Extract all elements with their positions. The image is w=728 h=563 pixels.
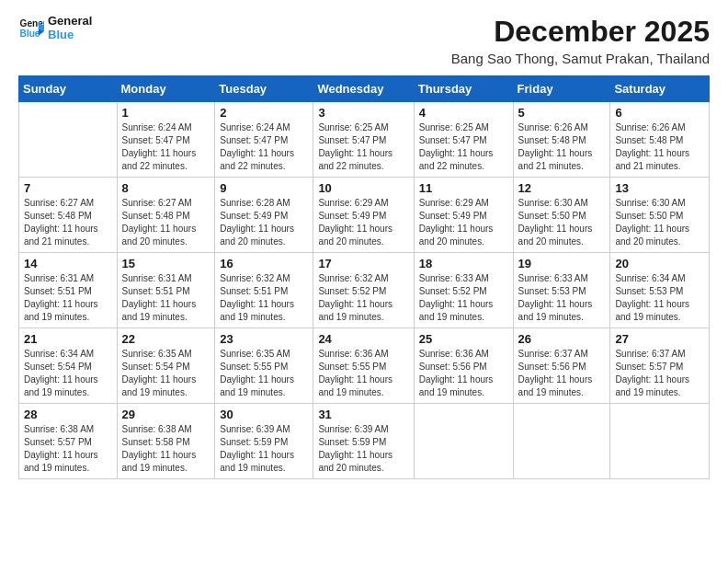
calendar-cell: 3Sunrise: 6:25 AM Sunset: 5:47 PM Daylig…: [313, 102, 414, 178]
day-info: Sunrise: 6:24 AM Sunset: 5:47 PM Dayligh…: [220, 121, 308, 173]
calendar-cell: 10Sunrise: 6:29 AM Sunset: 5:49 PM Dayli…: [313, 178, 414, 253]
day-info: Sunrise: 6:39 AM Sunset: 5:59 PM Dayligh…: [318, 423, 408, 475]
calendar-cell: [513, 404, 610, 479]
day-info: Sunrise: 6:30 AM Sunset: 5:50 PM Dayligh…: [518, 197, 606, 248]
day-info: Sunrise: 6:29 AM Sunset: 5:49 PM Dayligh…: [419, 197, 508, 248]
calendar-week-row-2: 7Sunrise: 6:27 AM Sunset: 5:48 PM Daylig…: [19, 178, 710, 253]
calendar-cell: 24Sunrise: 6:36 AM Sunset: 5:55 PM Dayli…: [313, 328, 414, 404]
calendar-cell: 28Sunrise: 6:38 AM Sunset: 5:57 PM Dayli…: [19, 404, 118, 479]
calendar-cell: 18Sunrise: 6:33 AM Sunset: 5:52 PM Dayli…: [414, 253, 513, 328]
day-number: 24: [318, 332, 408, 346]
day-info: Sunrise: 6:27 AM Sunset: 5:48 PM Dayligh…: [122, 197, 210, 248]
day-number: 28: [24, 408, 112, 421]
day-info: Sunrise: 6:28 AM Sunset: 5:49 PM Dayligh…: [220, 197, 308, 248]
calendar-week-row-3: 14Sunrise: 6:31 AM Sunset: 5:51 PM Dayli…: [19, 253, 710, 328]
calendar-day-header-wednesday: Wednesday: [313, 76, 414, 102]
calendar-cell: 9Sunrise: 6:28 AM Sunset: 5:49 PM Daylig…: [215, 178, 313, 253]
day-info: Sunrise: 6:26 AM Sunset: 5:48 PM Dayligh…: [518, 121, 606, 173]
calendar-day-header-saturday: Saturday: [610, 76, 710, 102]
calendar-cell: 29Sunrise: 6:38 AM Sunset: 5:58 PM Dayli…: [117, 404, 215, 479]
calendar-cell: 2Sunrise: 6:24 AM Sunset: 5:47 PM Daylig…: [215, 102, 313, 178]
day-info: Sunrise: 6:27 AM Sunset: 5:48 PM Dayligh…: [24, 197, 112, 248]
calendar-cell: 6Sunrise: 6:26 AM Sunset: 5:48 PM Daylig…: [610, 102, 710, 178]
main-title: December 2025: [451, 15, 710, 49]
day-number: 23: [220, 332, 308, 346]
calendar-cell: 25Sunrise: 6:36 AM Sunset: 5:56 PM Dayli…: [414, 328, 513, 404]
day-info: Sunrise: 6:31 AM Sunset: 5:51 PM Dayligh…: [122, 272, 210, 324]
day-info: Sunrise: 6:34 AM Sunset: 5:54 PM Dayligh…: [24, 348, 112, 399]
day-info: Sunrise: 6:33 AM Sunset: 5:53 PM Dayligh…: [518, 272, 606, 324]
day-number: 31: [318, 408, 408, 421]
day-info: Sunrise: 6:38 AM Sunset: 5:58 PM Dayligh…: [122, 423, 210, 475]
day-number: 4: [419, 106, 508, 120]
day-info: Sunrise: 6:37 AM Sunset: 5:56 PM Dayligh…: [518, 348, 606, 399]
day-number: 13: [615, 181, 704, 195]
day-info: Sunrise: 6:32 AM Sunset: 5:52 PM Dayligh…: [318, 272, 408, 324]
day-number: 15: [122, 257, 210, 270]
calendar-week-row-5: 28Sunrise: 6:38 AM Sunset: 5:57 PM Dayli…: [19, 404, 710, 479]
logo-text-blue: Blue: [48, 29, 92, 42]
subtitle: Bang Sao Thong, Samut Prakan, Thailand: [451, 51, 710, 66]
day-number: 7: [24, 181, 112, 195]
calendar-cell: 12Sunrise: 6:30 AM Sunset: 5:50 PM Dayli…: [513, 178, 610, 253]
calendar-cell: 4Sunrise: 6:25 AM Sunset: 5:47 PM Daylig…: [414, 102, 513, 178]
day-info: Sunrise: 6:29 AM Sunset: 5:49 PM Dayligh…: [318, 197, 408, 248]
day-number: 19: [518, 257, 606, 270]
calendar-cell: 16Sunrise: 6:32 AM Sunset: 5:51 PM Dayli…: [215, 253, 313, 328]
calendar-day-header-thursday: Thursday: [414, 76, 513, 102]
calendar-week-row-1: 1Sunrise: 6:24 AM Sunset: 5:47 PM Daylig…: [19, 102, 710, 178]
calendar-cell: 11Sunrise: 6:29 AM Sunset: 5:49 PM Dayli…: [414, 178, 513, 253]
calendar-table: SundayMondayTuesdayWednesdayThursdayFrid…: [18, 75, 710, 479]
logo: General Blue General Blue: [18, 15, 92, 42]
day-number: 8: [122, 181, 210, 195]
day-info: Sunrise: 6:25 AM Sunset: 5:47 PM Dayligh…: [318, 121, 408, 173]
calendar-cell: 23Sunrise: 6:35 AM Sunset: 5:55 PM Dayli…: [215, 328, 313, 404]
calendar-cell: 17Sunrise: 6:32 AM Sunset: 5:52 PM Dayli…: [313, 253, 414, 328]
calendar-cell: 14Sunrise: 6:31 AM Sunset: 5:51 PM Dayli…: [19, 253, 118, 328]
day-info: Sunrise: 6:31 AM Sunset: 5:51 PM Dayligh…: [24, 272, 112, 324]
calendar-cell: [19, 102, 118, 178]
day-info: Sunrise: 6:34 AM Sunset: 5:53 PM Dayligh…: [615, 272, 704, 324]
calendar-header-row: SundayMondayTuesdayWednesdayThursdayFrid…: [19, 76, 710, 102]
day-info: Sunrise: 6:36 AM Sunset: 5:55 PM Dayligh…: [318, 348, 408, 399]
calendar-cell: 15Sunrise: 6:31 AM Sunset: 5:51 PM Dayli…: [117, 253, 215, 328]
calendar-day-header-tuesday: Tuesday: [215, 76, 313, 102]
calendar-cell: 20Sunrise: 6:34 AM Sunset: 5:53 PM Dayli…: [610, 253, 710, 328]
day-number: 10: [318, 181, 408, 195]
day-number: 27: [615, 332, 704, 346]
day-info: Sunrise: 6:35 AM Sunset: 5:54 PM Dayligh…: [122, 348, 210, 399]
day-info: Sunrise: 6:32 AM Sunset: 5:51 PM Dayligh…: [220, 272, 308, 324]
day-number: 30: [220, 408, 308, 421]
calendar-week-row-4: 21Sunrise: 6:34 AM Sunset: 5:54 PM Dayli…: [19, 328, 710, 404]
calendar-cell: 27Sunrise: 6:37 AM Sunset: 5:57 PM Dayli…: [610, 328, 710, 404]
day-number: 12: [518, 181, 606, 195]
day-info: Sunrise: 6:38 AM Sunset: 5:57 PM Dayligh…: [24, 423, 112, 475]
day-info: Sunrise: 6:39 AM Sunset: 5:59 PM Dayligh…: [220, 423, 308, 475]
day-number: 18: [419, 257, 508, 270]
calendar-cell: 21Sunrise: 6:34 AM Sunset: 5:54 PM Dayli…: [19, 328, 118, 404]
calendar-cell: 19Sunrise: 6:33 AM Sunset: 5:53 PM Dayli…: [513, 253, 610, 328]
calendar-cell: 1Sunrise: 6:24 AM Sunset: 5:47 PM Daylig…: [117, 102, 215, 178]
calendar-cell: 22Sunrise: 6:35 AM Sunset: 5:54 PM Dayli…: [117, 328, 215, 404]
logo-text-general: General: [48, 15, 92, 29]
day-number: 20: [615, 257, 704, 270]
day-number: 9: [220, 181, 308, 195]
day-number: 25: [419, 332, 508, 346]
general-blue-logo-icon: General Blue: [18, 16, 44, 41]
day-number: 11: [419, 181, 508, 195]
day-number: 1: [122, 106, 210, 120]
day-info: Sunrise: 6:25 AM Sunset: 5:47 PM Dayligh…: [419, 121, 508, 173]
calendar-day-header-monday: Monday: [117, 76, 215, 102]
day-number: 17: [318, 257, 408, 270]
day-info: Sunrise: 6:36 AM Sunset: 5:56 PM Dayligh…: [419, 348, 508, 399]
svg-text:Blue: Blue: [20, 29, 40, 39]
calendar-cell: 30Sunrise: 6:39 AM Sunset: 5:59 PM Dayli…: [215, 404, 313, 479]
calendar-day-header-friday: Friday: [513, 76, 610, 102]
day-info: Sunrise: 6:33 AM Sunset: 5:52 PM Dayligh…: [419, 272, 508, 324]
page: General Blue General Blue December 2025 …: [0, 0, 728, 563]
day-number: 5: [518, 106, 606, 120]
calendar-cell: 13Sunrise: 6:30 AM Sunset: 5:50 PM Dayli…: [610, 178, 710, 253]
day-number: 14: [24, 257, 112, 270]
day-number: 22: [122, 332, 210, 346]
calendar-day-header-sunday: Sunday: [19, 76, 118, 102]
